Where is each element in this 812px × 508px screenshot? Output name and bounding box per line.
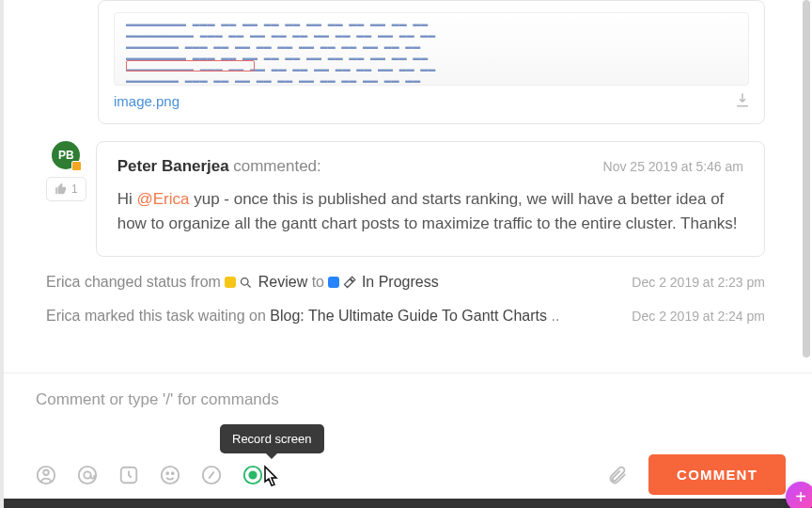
comment-text: Hi	[117, 190, 137, 208]
status-pill-yellow	[225, 277, 236, 288]
linked-task[interactable]: Blog: The Ultimate Guide To Gantt Charts	[270, 308, 547, 324]
comment-input[interactable]	[36, 387, 786, 409]
like-button[interactable]: 1	[46, 177, 86, 201]
emoji-icon[interactable]	[160, 465, 180, 485]
attachment-filename[interactable]: image.png	[114, 93, 180, 109]
comment-card: Peter Banerjea commented: Nov 25 2019 at…	[96, 141, 765, 257]
mention[interactable]: @Erica	[136, 190, 189, 208]
attachment-card[interactable]: ▬▬▬▬▬▬▬▬ ▬▬▬ ▬▬ ▬▬ ▬▬ ▬▬ ▬▬ ▬▬ ▬▬ ▬▬ ▬▬ …	[98, 0, 765, 124]
svg-rect-11	[249, 471, 256, 478]
magnifier-icon	[239, 276, 253, 290]
activity-timestamp: Dec 2 2019 at 2:24 pm	[632, 309, 765, 324]
comment-verb: commented:	[233, 157, 321, 175]
comment-button[interactable]: COMMENT	[648, 454, 786, 495]
like-count: 1	[71, 183, 78, 196]
activity-status-change: Erica changed status from Review to In P…	[46, 274, 765, 291]
slash-icon[interactable]	[201, 465, 222, 485]
avatar[interactable]: PB	[52, 141, 80, 169]
activity-timestamp: Dec 2 2019 at 2:23 pm	[632, 275, 765, 290]
activity-text: ..	[547, 308, 559, 324]
svg-point-4	[84, 471, 90, 478]
activity-text: changed status from	[80, 274, 225, 290]
download-icon[interactable]	[734, 91, 751, 112]
quick-add-button[interactable]: +	[786, 482, 812, 508]
svg-point-0	[242, 278, 249, 285]
comment-author[interactable]: Peter Banerjea	[117, 157, 229, 175]
status-from: Review	[254, 274, 307, 290]
assign-icon[interactable]	[36, 465, 56, 485]
comment-composer: Record screen COMMENT	[4, 373, 812, 508]
taskbar-strip	[4, 499, 812, 508]
activity-waiting-on: Erica marked this task waiting on Blog: …	[46, 308, 765, 325]
comment-row: PB 1 Peter Banerjea commented: Nov 25 20…	[46, 141, 765, 257]
attachment-icon[interactable]	[607, 465, 628, 485]
comment-body: Hi @Erica yup - once this is published a…	[117, 187, 743, 237]
record-screen-icon[interactable]	[242, 465, 263, 485]
svg-point-2	[43, 469, 49, 475]
activity-text: marked this task waiting on	[80, 308, 270, 324]
activity-actor[interactable]: Erica	[46, 274, 80, 290]
mention-icon[interactable]	[77, 465, 98, 485]
svg-point-8	[172, 472, 174, 474]
comment-timestamp: Nov 25 2019 at 5:46 am	[603, 159, 743, 174]
activity-text: to	[307, 274, 328, 290]
svg-point-3	[79, 466, 96, 483]
svg-point-6	[162, 466, 179, 483]
thumb-up-icon	[55, 183, 68, 196]
status-to: In Progress	[357, 274, 438, 290]
activity-actor[interactable]: Erica	[46, 308, 80, 324]
hammer-icon	[342, 276, 356, 290]
status-pill-blue	[328, 277, 339, 288]
action-icon[interactable]	[118, 465, 139, 485]
tooltip: Record screen	[220, 424, 324, 453]
scrollbar[interactable]	[803, 0, 810, 357]
comment-text: yup - once this is published and starts …	[117, 190, 738, 232]
svg-point-7	[166, 472, 168, 474]
attachment-thumbnail: ▬▬▬▬▬▬▬▬ ▬▬▬ ▬▬ ▬▬ ▬▬ ▬▬ ▬▬ ▬▬ ▬▬ ▬▬ ▬▬ …	[114, 12, 749, 86]
